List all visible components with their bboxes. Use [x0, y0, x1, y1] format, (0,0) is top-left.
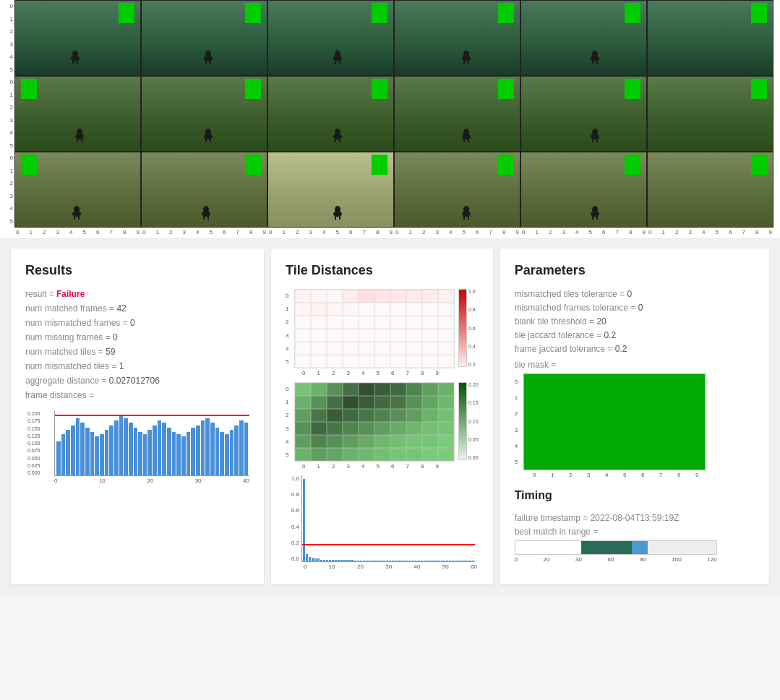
frame-distances-chart: 0.200 0.175 0.150 0.125 0.100 0.075 0.05… — [25, 411, 249, 484]
bar — [244, 423, 249, 475]
tjt-eq: = — [596, 330, 604, 340]
num-missing-frames-row: num missing frames = 0 — [25, 332, 249, 342]
bar — [147, 430, 152, 475]
results-title: Results — [25, 263, 249, 278]
tjt-val: 0.2 — [604, 330, 616, 340]
heatmap-cell — [438, 316, 454, 329]
bar — [80, 423, 85, 475]
svg-point-57 — [592, 206, 598, 213]
cb1-label-08: 0.8 — [468, 307, 476, 312]
heatmap-cell — [311, 355, 327, 368]
x-label: 8 — [123, 229, 126, 236]
x-axis-labels: 0 10 20 30 40 — [54, 478, 249, 484]
heatmap-cell — [295, 383, 311, 396]
x-label: 1 — [536, 229, 539, 236]
x-label: 1 — [156, 229, 159, 236]
hm2-x2: 2 — [332, 463, 335, 470]
heatmap-cell — [374, 409, 390, 422]
jaccard-bar — [427, 561, 429, 561]
heatmap-cell — [359, 448, 374, 461]
x-label: 4 — [196, 229, 199, 236]
heatmap2-container: 0 1 2 3 4 5 0.20 0.15 0.10 0.05 — [286, 382, 479, 470]
image-grid-section: 0 1 2 3 4 5 0 1 2 3 4 5 0 1 2 3 — [0, 0, 780, 238]
heatmap-cell — [422, 355, 438, 368]
jaccard-bar — [357, 561, 359, 561]
heatmap-cell — [311, 435, 327, 448]
jc-y06: 0.6 — [286, 507, 299, 514]
y-label-0175: 0.175 — [27, 418, 40, 423]
jaccard-chart-container: 1.0 0.8 0.6 0.4 0.2 0.0 0 10 20 — [286, 475, 479, 570]
bar — [129, 423, 133, 475]
heatmap-cell — [295, 448, 311, 461]
heatmap-cell — [406, 409, 422, 422]
tm-x4: 4 — [605, 472, 608, 478]
svg-point-53 — [463, 206, 469, 213]
heatmap-cell — [422, 303, 438, 316]
y-label-0150: 0.150 — [27, 426, 40, 431]
jaccard-bar — [455, 561, 457, 561]
mismatched-tiles-tol-row: mismatched tiles tolerance = 0 — [515, 289, 755, 299]
jaccard-bar — [406, 561, 408, 561]
mft-val: 0 — [638, 303, 643, 313]
tm-y4: 4 — [515, 443, 521, 449]
x-label: 2 — [43, 229, 46, 236]
x-label: 2 — [675, 229, 678, 236]
tm-x7: 7 — [659, 472, 662, 478]
jaccard-bar — [421, 561, 423, 561]
bar — [105, 430, 109, 475]
jaccard-bar — [380, 561, 382, 561]
num-matched-frames-key: num matched frames — [25, 303, 107, 314]
heatmap-cell — [406, 342, 422, 355]
heatmap-cell — [311, 422, 327, 435]
y-label: 5 — [10, 66, 13, 73]
jaccard-bar — [354, 561, 356, 561]
hm1-x2: 2 — [332, 370, 335, 376]
x-label: 1 — [283, 229, 286, 236]
x-label: 6 — [349, 229, 352, 236]
jaccard-bars — [302, 475, 475, 561]
hm1-x7: 7 — [406, 370, 409, 376]
heatmap-cell — [374, 342, 390, 355]
mft-key: mismatched frames tolerance — [515, 303, 628, 313]
jaccard-bar — [326, 560, 328, 561]
heatmap-cell — [295, 303, 311, 316]
svg-rect-58 — [592, 215, 593, 220]
heatmap-cell — [422, 329, 438, 342]
jaccard-bar — [463, 561, 466, 561]
heatmap-cell — [374, 448, 390, 461]
hm1-x3: 3 — [347, 370, 350, 376]
heatmap-cell — [374, 396, 390, 409]
svg-rect-19 — [596, 60, 598, 64]
hm2-x8: 8 — [421, 463, 424, 470]
heatmap-cell — [390, 290, 406, 303]
heatmap-cell — [359, 435, 374, 448]
y-label: 4 — [10, 205, 13, 212]
heatmap-cell — [422, 396, 438, 409]
svg-rect-26 — [205, 138, 207, 142]
svg-point-1 — [72, 51, 78, 58]
x-label: 2 — [549, 229, 552, 236]
timing-title: Timing — [515, 489, 755, 502]
x-label: 6 — [729, 229, 732, 236]
x-label: 0 — [395, 229, 398, 236]
heatmap-cell — [311, 396, 327, 409]
y-label: 1 — [10, 16, 13, 22]
x-label: 5 — [210, 229, 213, 236]
tm-x5: 5 — [623, 472, 626, 478]
heatmap-cell — [311, 409, 327, 422]
frame-cell — [647, 76, 773, 152]
heatmap-cell — [359, 342, 374, 355]
jaccard-bar — [452, 561, 454, 561]
frame-cell — [267, 0, 394, 76]
bar — [138, 432, 142, 475]
svg-rect-18 — [592, 60, 593, 64]
heatmap-cell — [327, 435, 343, 448]
jc-x20: 20 — [357, 563, 364, 570]
hm1-x8: 8 — [421, 370, 424, 376]
x-label: 9 — [390, 229, 393, 236]
x-label: 5 — [336, 229, 339, 236]
bar — [239, 420, 244, 475]
heatmap-cell — [311, 303, 327, 316]
x-label: 1 — [30, 229, 33, 236]
frame-cell — [141, 152, 267, 228]
